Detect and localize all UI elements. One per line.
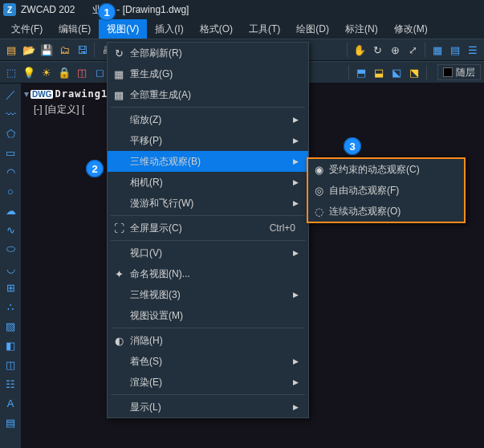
chevron-right-icon: ▶ — [293, 357, 303, 365]
dd-fullscreen[interactable]: ⛶ 全屏显示(C) Ctrl+0 — [108, 218, 308, 238]
refresh-icon: ↻ — [108, 47, 130, 59]
chevron-right-icon: ▶ — [293, 157, 303, 165]
callout-1: 1 — [98, 3, 116, 21]
dd-render[interactable]: 渲染(E) ▶ — [108, 372, 308, 393]
gradient-tool-icon[interactable]: ◧ — [2, 337, 18, 353]
pan-icon[interactable]: ⊕ — [387, 42, 403, 58]
regen-icon: ▦ — [108, 68, 130, 80]
lock-icon[interactable]: 🔒 — [56, 64, 72, 80]
rect-tool-icon[interactable]: ▭ — [2, 145, 18, 161]
dd-shade[interactable]: 着色(S) ▶ — [108, 351, 308, 372]
layer3-icon[interactable]: ⬕ — [388, 64, 405, 80]
props-icon[interactable]: ☰ — [465, 42, 481, 58]
view-dropdown: ↻ 全部刷新(R) ▦ 重生成(G) ▩ 全部重生成(A) 缩放(Z) ▶ 平移… — [107, 42, 309, 418]
shortcut-label: Ctrl+0 — [270, 222, 303, 234]
chevron-right-icon: ▶ — [293, 178, 303, 186]
tree-doc-row[interactable]: ▾ DWG Drawing1 — [24, 87, 106, 101]
arc-tool-icon[interactable]: ◠ — [2, 164, 18, 180]
bulb-icon[interactable]: 💡 — [21, 64, 37, 80]
dd-3d-view[interactable]: 三维视图(3) ▶ — [108, 284, 308, 305]
dd-walk-fly[interactable]: 漫游和飞行(W) ▶ — [108, 193, 308, 214]
region-tool-icon[interactable]: ◫ — [2, 356, 18, 373]
menu-annotate[interactable]: 标注(N) — [337, 19, 386, 39]
chevron-right-icon: ▶ — [293, 116, 303, 124]
dd-hide[interactable]: ◐ 消隐(H) — [108, 330, 308, 351]
tree-custom-row[interactable]: [-] [自定义] [ — [24, 101, 106, 118]
spline-tool-icon[interactable]: ∿ — [2, 222, 18, 238]
layer2-icon[interactable]: ⬓ — [371, 64, 387, 80]
saveas-icon[interactable]: 🖫 — [74, 42, 90, 58]
layers-icon[interactable]: ⬚ — [3, 64, 19, 80]
hatch-tool-icon[interactable]: ▨ — [2, 318, 18, 334]
menu-edit[interactable]: 编辑(E) — [51, 19, 99, 39]
grid2-icon[interactable]: ▤ — [447, 42, 463, 58]
menu-insert[interactable]: 插入(I) — [147, 19, 191, 39]
block-tool-icon[interactable]: ⊞ — [2, 279, 18, 295]
square-icon[interactable]: ◻ — [92, 64, 108, 80]
left-tool-rail: ／ 〰 ⬠ ▭ ◠ ○ ☁ ∿ ⬭ ◡ ⊞ ∴ ▨ ◧ ◫ ☷ A ▤ — [0, 83, 21, 448]
regenall-icon: ▩ — [108, 89, 130, 101]
fullscreen-icon: ⛶ — [108, 222, 130, 234]
files-icon[interactable]: 🗂 — [56, 42, 72, 58]
app-title: ZWCAD 202 — [21, 4, 75, 15]
dd-regen[interactable]: ▦ 重生成(G) — [108, 63, 308, 84]
save-icon[interactable]: 💾 — [39, 42, 55, 58]
chevron-right-icon: ▶ — [293, 378, 303, 386]
menu-view[interactable]: 视图(V) — [99, 19, 147, 39]
sun-icon[interactable]: ☀ — [39, 64, 55, 80]
ellipsearc-tool-icon[interactable]: ◡ — [2, 260, 18, 276]
new-icon[interactable]: ▤ — [3, 42, 19, 58]
hand-icon[interactable]: ✋ — [352, 42, 368, 58]
free-orbit-icon: ◎ — [308, 185, 329, 197]
dd-display[interactable]: 显示(L) ▶ — [108, 397, 308, 417]
chevron-right-icon: ▶ — [293, 249, 303, 257]
open-icon[interactable]: 📂 — [21, 42, 37, 58]
layer-label: 随层 — [456, 66, 475, 79]
dd-named-view[interactable]: ✦ 命名视图(N)... — [108, 263, 308, 284]
continuous-orbit-icon: ◌ — [308, 206, 329, 218]
cloud-tool-icon[interactable]: ☁ — [2, 202, 18, 218]
orbit-icon[interactable]: ↻ — [369, 42, 385, 58]
swatch-icon — [443, 67, 453, 77]
menu-tools[interactable]: 工具(T) — [241, 19, 288, 39]
line-tool-icon[interactable]: ／ — [2, 87, 18, 103]
menu-modify[interactable]: 修改(M) — [386, 19, 436, 39]
sub-continuous-orbit[interactable]: ◌ 连续动态观察(O) — [308, 201, 464, 222]
circle-tool-icon[interactable]: ○ — [2, 183, 18, 199]
chevron-right-icon: ▶ — [293, 291, 303, 299]
dd-refresh-all[interactable]: ↻ 全部刷新(R) — [108, 43, 308, 63]
text-tool-icon[interactable]: A — [2, 395, 18, 411]
polygon-tool-icon[interactable]: ⬠ — [2, 125, 18, 141]
dd-camera[interactable]: 相机(R) ▶ — [108, 172, 308, 193]
dd-zoom[interactable]: 缩放(Z) ▶ — [108, 109, 308, 130]
ellipse-tool-icon[interactable]: ⬭ — [2, 241, 18, 257]
chevron-right-icon: ▶ — [293, 199, 303, 207]
layer4-icon[interactable]: ⬔ — [406, 64, 422, 80]
box-icon[interactable]: ◫ — [74, 64, 90, 80]
polyline-tool-icon[interactable]: 〰 — [2, 106, 18, 122]
file-tree: ▾ DWG Drawing1 [-] [自定义] [ — [21, 83, 109, 121]
table-tool-icon[interactable]: ☷ — [2, 376, 18, 392]
menu-file[interactable]: 文件(F) — [3, 19, 51, 39]
grid-icon[interactable]: ▦ — [429, 42, 445, 58]
menu-draw[interactable]: 绘图(D) — [288, 19, 337, 39]
dd-3d-orbit[interactable]: 三维动态观察(B) ▶ — [108, 151, 308, 172]
menu-bar: 文件(F) 编辑(E) 视图(V) 插入(I) 格式(O) 工具(T) 绘图(D… — [0, 19, 484, 39]
sub-free-orbit[interactable]: ◎ 自由动态观察(F) — [308, 180, 464, 201]
dd-pan[interactable]: 平移(P) ▶ — [108, 130, 308, 151]
dd-regen-all[interactable]: ▩ 全部重生成(A) — [108, 84, 308, 105]
layer1-icon[interactable]: ⬒ — [353, 64, 369, 80]
dd-view-settings[interactable]: 视图设置(M) — [108, 305, 308, 326]
dd-viewport[interactable]: 视口(V) ▶ — [108, 242, 308, 263]
menu-format[interactable]: 格式(O) — [192, 19, 241, 39]
doc-name: Drawing1 — [55, 88, 108, 100]
point-tool-icon[interactable]: ∴ — [2, 299, 18, 315]
title-bar: Z ZWCAD 202 业版 - [Drawing1.dwg] — [0, 0, 484, 19]
zoom-icon[interactable]: ⤢ — [405, 42, 421, 58]
app-icon: Z — [3, 3, 16, 16]
mtext-tool-icon[interactable]: ▤ — [2, 414, 18, 430]
sub-constrained-orbit[interactable]: ◉ 受约束的动态观察(C) — [308, 159, 464, 180]
layer-select[interactable]: 随层 — [437, 64, 481, 80]
doc-title: - [Drawing1.dwg] — [116, 4, 189, 15]
callout-2: 2 — [86, 160, 104, 177]
